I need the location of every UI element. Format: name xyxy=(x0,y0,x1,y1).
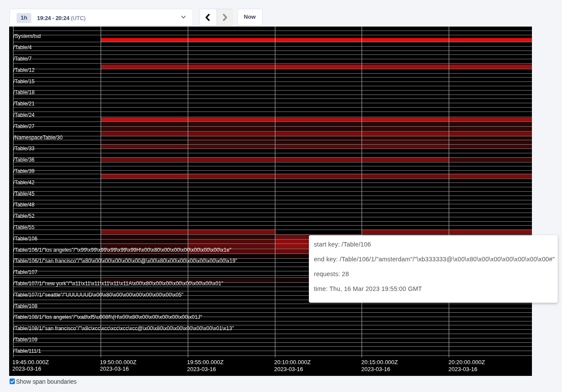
svg-text:/Table/21: /Table/21 xyxy=(13,101,34,107)
svg-text:/Table/108: /Table/108 xyxy=(13,303,37,309)
svg-text:/Table/107/1/"seattle"/"UUUUUU: /Table/107/1/"seattle"/"UUUUUUD\x00\x80\… xyxy=(13,292,183,298)
svg-text:/Table/39: /Table/39 xyxy=(13,168,34,174)
svg-text:19:55:00.000Z: 19:55:00.000Z xyxy=(187,359,223,365)
svg-text:/Table/15: /Table/15 xyxy=(13,78,34,84)
svg-text:/Table/106: /Table/106 xyxy=(13,236,37,242)
svg-text:/Table/33: /Table/33 xyxy=(13,145,34,152)
svg-text:/Table/52: /Table/52 xyxy=(13,213,34,219)
svg-text:/Table/45: /Table/45 xyxy=(13,191,34,197)
svg-text:/Table/27: /Table/27 xyxy=(13,123,34,129)
svg-text:2023-03-16: 2023-03-16 xyxy=(12,365,41,372)
svg-text:/Table/18: /Table/18 xyxy=(13,89,34,95)
svg-text:/Table/109: /Table/109 xyxy=(13,337,37,343)
svg-text:/Table/48: /Table/48 xyxy=(13,202,34,208)
svg-text:/Table/107: /Table/107 xyxy=(13,269,37,275)
svg-text:/Table/4: /Table/4 xyxy=(13,44,31,51)
svg-text:19:45:00.000Z: 19:45:00.000Z xyxy=(12,359,49,365)
svg-text:/Table/12: /Table/12 xyxy=(13,67,34,73)
svg-text:20:20:00.000Z: 20:20:00.000Z xyxy=(448,359,485,365)
svg-text:/Table/106/1/"san francisco"/": /Table/106/1/"san francisco"/"\x80\x00\x… xyxy=(13,258,237,264)
svg-text:2023-03-16: 2023-03-16 xyxy=(100,365,129,372)
svg-text:/Table/108/1/"san francisco"/": /Table/108/1/"san francisco"/"\x8c\xcc\x… xyxy=(13,325,234,331)
svg-text:/Table/111/1: /Table/111/1 xyxy=(13,348,41,354)
svg-text:2023-03-16: 2023-03-16 xyxy=(448,366,477,372)
svg-text:2023-03-16: 2023-03-16 xyxy=(274,366,303,372)
svg-text:/Table/42: /Table/42 xyxy=(13,179,34,186)
svg-text:/NamespaceTable/30: /NamespaceTable/30 xyxy=(13,135,62,141)
svg-text:20:10:00.000Z: 20:10:00.000Z xyxy=(274,359,311,365)
svg-text:/Table/7: /Table/7 xyxy=(13,56,31,62)
svg-text:20:15:00.000Z: 20:15:00.000Z xyxy=(361,359,398,365)
svg-text:/Table/55: /Table/55 xyxy=(13,224,34,230)
svg-text:/Table/36: /Table/36 xyxy=(13,157,34,163)
svg-text:/Table/107/1/"new york"/"\x11\: /Table/107/1/"new york"/"\x11\x11\x11\x1… xyxy=(13,280,223,287)
svg-text:2023-03-16: 2023-03-16 xyxy=(361,366,390,372)
svg-text:19:50:00.000Z: 19:50:00.000Z xyxy=(100,359,136,365)
svg-text:/Table/108/1/"los angeles"/"\x: /Table/108/1/"los angeles"/"\xa8\xf5\u00… xyxy=(13,314,202,320)
svg-text:2023-03-16: 2023-03-16 xyxy=(187,366,216,372)
svg-text:/System/tsd: /System/tsd xyxy=(13,33,41,39)
svg-text:/Table/24: /Table/24 xyxy=(13,112,34,118)
svg-text:/Table/106/1/"los angeles"/"\x: /Table/106/1/"los angeles"/"\x99\x99\x99… xyxy=(13,247,231,253)
